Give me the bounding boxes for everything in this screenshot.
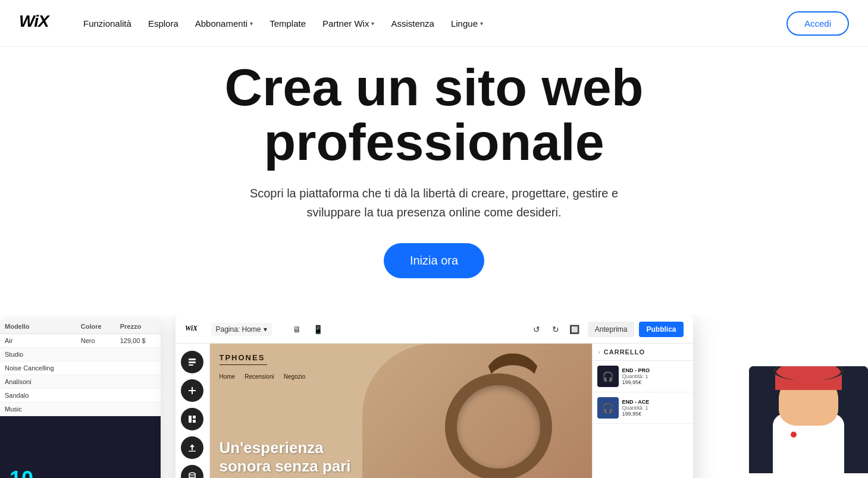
hero-subtitle: Scopri la piattaforma che ti dà la liber…	[250, 184, 619, 222]
accedi-button[interactable]: Accedi	[786, 11, 849, 36]
publish-button[interactable]: Pubblica	[639, 322, 683, 337]
table-row: Noise Cancelling	[0, 361, 161, 375]
cart-item-1-qty: Quantità: 1	[622, 373, 688, 379]
nav-item-assistenza-label: Assistenza	[391, 18, 434, 29]
svg-rect-8	[193, 416, 196, 419]
toolbar-right-actions: ↺ ↻ 🔲 Anteprima Pubblica	[528, 321, 684, 338]
person-silhouette	[767, 366, 850, 473]
cart-panel-header: › CARRELLO	[593, 344, 693, 361]
canvas-nav-links: Home Recensioni Negozio	[220, 373, 306, 380]
partner-wix-chevron-icon: ▾	[371, 20, 374, 27]
cart-item-2-qty: Quantità: 1	[622, 405, 688, 411]
headphone-visual	[362, 344, 591, 478]
cart-item-2-price: 199,95€	[622, 411, 688, 417]
preview-button[interactable]: Anteprima	[588, 322, 635, 337]
product-table: Modello Colore Prezzo Air Nero 129,00 $ …	[0, 319, 161, 416]
editor-canvas: TPHONES Home Recensioni Negozio Un'esper…	[210, 344, 592, 478]
svg-rect-4	[189, 364, 193, 366]
canvas-headline-line2: sonora senza pari	[220, 457, 351, 476]
undo-icon[interactable]: ↺	[528, 321, 545, 338]
cart-item-1-name: END - PRO	[622, 367, 688, 373]
editor-toolbar: WiX Pagina: Home ▾ 🖥 📱 ↺ ↻ 🔲 Anteprima P…	[176, 315, 693, 344]
nav-item-funzionalita[interactable]: Funzionalità	[76, 14, 139, 33]
cart-panel-title: CARRELLO	[604, 348, 645, 356]
lingue-chevron-icon: ▾	[480, 20, 483, 27]
hero-title: Crea un sito web professionale	[167, 60, 702, 170]
nav-item-partner-wix[interactable]: Partner Wix ▾	[315, 14, 381, 33]
canvas-brand: TPHONES	[220, 353, 267, 365]
chat-bar: Nicola 5 minuti fa ⋮	[749, 473, 868, 478]
svg-text:WiX: WiX	[185, 325, 198, 332]
cart-panel: › CARRELLO 🎧 END - PRO Quantità: 1 199,9…	[592, 344, 693, 478]
canvas-headline-line1: Un'esperienza	[220, 439, 351, 457]
nav-menu: Funzionalità Esplora Abbonamenti ▾ Templ…	[76, 14, 786, 33]
headphone-ring	[445, 373, 552, 478]
col-modello: Modello	[0, 319, 76, 334]
cart-item-1: 🎧 END - PRO Quantità: 1 199,95€	[593, 361, 693, 392]
svg-point-11	[189, 473, 195, 475]
dark-number: 10	[10, 468, 151, 478]
sidebar-upload-icon[interactable]	[181, 436, 203, 459]
sidebar-layout-icon[interactable]	[181, 408, 203, 430]
abbonamenti-chevron-icon: ▾	[250, 20, 253, 27]
undo-redo-group: ↺ ↻ 🔲	[528, 321, 583, 338]
save-icon[interactable]: 🔲	[566, 321, 583, 338]
nav-item-lingue-label: Lingue	[451, 18, 478, 29]
preview-section: Modello Colore Prezzo Air Nero 129,00 $ …	[0, 315, 868, 478]
logo[interactable]: WiX	[19, 12, 55, 34]
canvas-brand-line	[220, 364, 267, 365]
cart-item-2-name: END - ACE	[622, 399, 688, 405]
nav-item-abbonamenti[interactable]: Abbonamenti ▾	[188, 14, 260, 33]
nav-item-partner-wix-label: Partner Wix	[322, 18, 369, 29]
nav-item-esplora-label: Esplora	[148, 18, 178, 29]
canvas-nav-recensioni: Recensioni	[245, 373, 274, 380]
svg-rect-2	[189, 358, 196, 360]
nav-item-template-label: Template	[270, 18, 306, 29]
nav-item-template[interactable]: Template	[262, 14, 313, 33]
redo-icon[interactable]: ↻	[547, 321, 564, 338]
svg-rect-3	[189, 361, 196, 363]
cart-item-1-price: 199,95€	[622, 379, 688, 385]
profile-bg	[749, 366, 868, 473]
canvas-nav-home: Home	[220, 373, 236, 380]
wix-editor-preview: WiX Pagina: Home ▾ 🖥 📱 ↺ ↻ 🔲 Anteprima P…	[176, 315, 693, 478]
nav-item-abbonamenti-label: Abbonamenti	[195, 18, 247, 29]
navbar-actions: Accedi	[786, 11, 849, 36]
nav-item-esplora[interactable]: Esplora	[141, 14, 186, 33]
navbar: WiX Funzionalità Esplora Abbonamenti ▾ T…	[0, 0, 868, 47]
dark-area: 10	[0, 416, 161, 478]
page-selector-label: Pagina: Home	[216, 325, 261, 334]
col-colore: Colore	[76, 319, 115, 334]
table-row: Air Nero 129,00 $	[0, 334, 161, 348]
editor-content: TPHONES Home Recensioni Negozio Un'esper…	[176, 344, 693, 478]
nav-item-lingue[interactable]: Lingue ▾	[444, 14, 490, 33]
headphone-band	[483, 353, 543, 386]
panel-arrow-icon: ›	[598, 349, 600, 356]
mobile-view-icon[interactable]: 📱	[310, 321, 327, 338]
canvas-headline: Un'esperienza sonora senza pari	[220, 439, 351, 476]
cart-item-2: 🎧 END - ACE Quantità: 1 199,95€	[593, 392, 693, 424]
sidebar-add-icon[interactable]	[181, 379, 203, 402]
nav-item-assistenza[interactable]: Assistenza	[384, 14, 441, 33]
table-row: Studio	[0, 348, 161, 361]
page-selector-chevron-icon: ▾	[264, 325, 267, 334]
cta-button[interactable]: Inizia ora	[384, 243, 484, 278]
sidebar-database-icon[interactable]	[181, 465, 203, 478]
table-row: Sandalo	[0, 389, 161, 402]
page-selector[interactable]: Pagina: Home ▾	[211, 323, 272, 336]
desktop-view-icon[interactable]: 🖥	[289, 321, 305, 338]
canvas-brand-name: TPHONES	[220, 353, 267, 362]
wix-logo-text: WiX	[19, 15, 55, 34]
nav-item-funzionalita-label: Funzionalità	[83, 18, 131, 29]
cart-item-1-info: END - PRO Quantità: 1 199,95€	[622, 367, 688, 385]
sidebar-pages-icon[interactable]	[181, 351, 203, 373]
cart-item-2-image: 🎧	[597, 397, 619, 419]
profile-photo-area	[749, 366, 868, 473]
toolbar-icons: 🖥 📱	[289, 321, 327, 338]
svg-rect-10	[189, 451, 196, 452]
preview-left-card: Modello Colore Prezzo Air Nero 129,00 $ …	[0, 319, 161, 478]
cart-item-1-image: 🎧	[597, 366, 619, 387]
col-prezzo: Prezzo	[115, 319, 161, 334]
svg-text:WiX: WiX	[19, 12, 51, 30]
preview-right-card: Nicola 5 minuti fa ⋮	[749, 366, 868, 478]
